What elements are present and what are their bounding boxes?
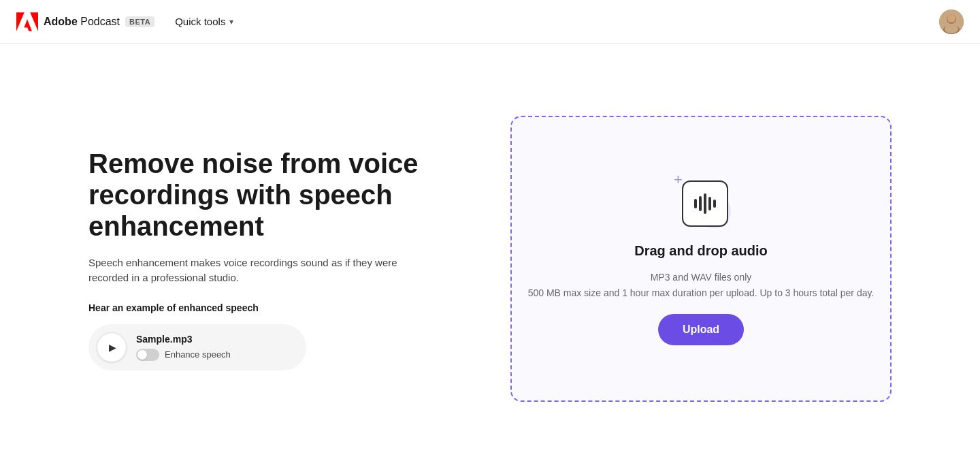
drop-icon-container: +	[674, 172, 728, 227]
chevron-down-icon: ▾	[229, 17, 233, 27]
play-icon: ▶	[109, 342, 116, 353]
plus-icon: +	[674, 172, 683, 187]
navbar: Adobe Podcast BETA Quick tools ▾	[0, 0, 980, 44]
waveform-bar	[713, 200, 716, 208]
waveform-bar	[699, 196, 702, 211]
audio-file-icon	[682, 180, 728, 227]
hero-subtitle: Speech enhancement makes voice recording…	[88, 255, 429, 286]
quick-tools-button[interactable]: Quick tools ▾	[168, 12, 240, 31]
audio-info: Sample.mp3 Enhance speech	[136, 334, 231, 361]
audio-player: ▶ Sample.mp3 Enhance speech	[88, 324, 306, 370]
drop-subtitle: MP3 and WAV files only 500 MB max size a…	[528, 270, 875, 300]
main-content: Remove noise from voice recordings with …	[0, 44, 980, 474]
quick-tools-label: Quick tools	[175, 16, 225, 27]
brand: Adobe Podcast BETA	[16, 11, 154, 33]
play-button[interactable]: ▶	[97, 332, 127, 362]
avatar-svg	[939, 10, 964, 34]
avatar-image	[939, 10, 964, 34]
avatar[interactable]	[939, 10, 964, 34]
svg-point-4	[945, 24, 958, 33]
example-label: Hear an example of enhanced speech	[88, 302, 429, 313]
left-panel: Remove noise from voice recordings with …	[88, 148, 429, 370]
beta-badge: BETA	[125, 16, 154, 27]
adobe-logo-icon	[16, 11, 38, 33]
waveform-bars	[694, 193, 716, 214]
upload-button[interactable]: Upload	[658, 314, 744, 345]
brand-name: Adobe Podcast	[44, 16, 120, 28]
hero-title: Remove noise from voice recordings with …	[88, 148, 429, 242]
enhance-speech-toggle[interactable]	[136, 349, 159, 361]
enhance-toggle-row: Enhance speech	[136, 349, 231, 361]
svg-point-3	[947, 14, 956, 22]
waveform-bar	[694, 199, 697, 208]
drop-zone[interactable]: + Drag and drop audio MP3 and WAV files …	[510, 116, 892, 402]
drop-title: Drag and drop audio	[634, 243, 768, 259]
drop-subtitle-line1: MP3 and WAV files only	[651, 272, 752, 283]
drop-subtitle-line2: 500 MB max size and 1 hour max duration …	[528, 287, 875, 298]
waveform-bar	[708, 197, 711, 210]
audio-filename: Sample.mp3	[136, 334, 231, 345]
toggle-knob	[137, 350, 147, 360]
enhance-speech-label: Enhance speech	[165, 349, 231, 360]
navbar-left: Adobe Podcast BETA Quick tools ▾	[16, 11, 240, 33]
waveform-bar	[704, 193, 706, 214]
